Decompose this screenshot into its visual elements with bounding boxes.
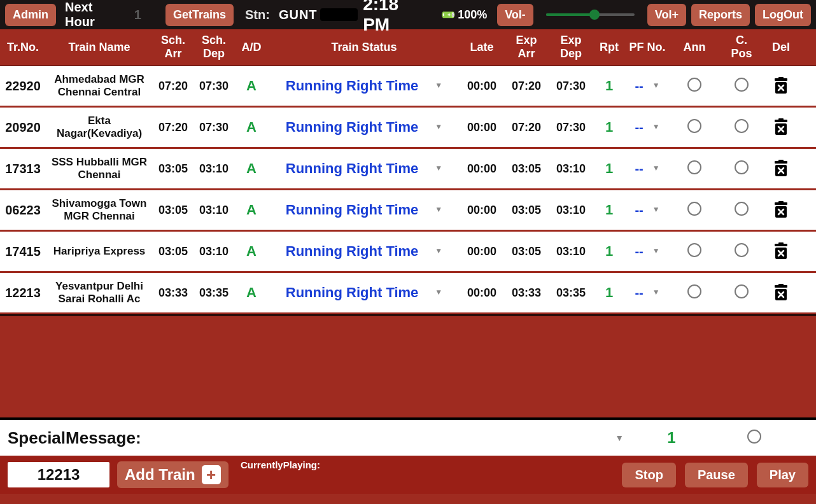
cell-ad: A	[234, 282, 269, 303]
ann-radio[interactable]	[687, 119, 701, 133]
header-sch-dep: Sch.Dep	[193, 31, 234, 62]
reports-button[interactable]: Reports	[691, 4, 750, 26]
table-row: 17415Haripriya Express03:0503:10ARunning…	[0, 232, 816, 273]
add-train-button[interactable]: Add Train +	[117, 461, 229, 488]
chevron-down-icon: ▼	[435, 206, 442, 214]
play-button[interactable]: Play	[757, 463, 808, 487]
cell-pf-dropdown[interactable]: --▼	[625, 76, 670, 96]
cell-pf-dropdown[interactable]: --▼	[625, 118, 670, 137]
cpos-radio[interactable]	[735, 243, 749, 257]
header-status: Train Status	[269, 38, 460, 57]
cell-status-dropdown[interactable]: Running Right Time▼	[269, 282, 460, 303]
header-name: Train Name	[46, 38, 153, 57]
cpos-radio[interactable]	[735, 160, 749, 174]
cell-ann	[670, 241, 719, 263]
cell-sch-arr: 07:20	[153, 118, 193, 137]
volume-slider[interactable]	[546, 13, 635, 16]
header-ann: Ann	[670, 38, 719, 57]
pf-value: --	[635, 120, 643, 135]
delete-button[interactable]	[764, 157, 798, 180]
delete-button[interactable]	[764, 74, 798, 97]
special-message-label: SpecialMessage:	[8, 428, 141, 448]
status-text: Running Right Time	[286, 202, 419, 218]
cell-ad: A	[234, 241, 269, 262]
ann-radio[interactable]	[687, 243, 701, 257]
cell-sch-arr: 03:05	[153, 160, 193, 178]
stop-button[interactable]: Stop	[622, 463, 675, 487]
cell-ann	[670, 282, 719, 304]
cell-sch-dep: 03:10	[193, 201, 234, 220]
chevron-down-icon: ▼	[435, 247, 442, 256]
logout-button[interactable]: LogOut	[755, 4, 811, 26]
cell-sch-arr: 03:33	[153, 284, 193, 302]
cell-late: 00:00	[460, 118, 504, 137]
cell-exp-dep: 03:10	[549, 201, 593, 220]
pause-button[interactable]: Pause	[685, 463, 748, 487]
cpos-radio[interactable]	[735, 202, 749, 216]
cell-rpt: 1	[593, 282, 625, 303]
cell-sch-arr: 03:05	[153, 242, 193, 261]
pf-value: --	[635, 203, 643, 218]
cell-sch-dep: 07:30	[193, 118, 234, 137]
ann-radio[interactable]	[687, 284, 701, 298]
cell-status-dropdown[interactable]: Running Right Time▼	[269, 158, 460, 179]
ann-radio[interactable]	[687, 160, 701, 174]
cell-name: Shivamogga Town MGR Chennai	[46, 195, 153, 225]
chevron-down-icon: ▼	[652, 288, 660, 297]
cell-cpos	[719, 158, 764, 180]
station-label: Stn:	[245, 8, 270, 22]
cell-cpos	[719, 75, 764, 97]
cell-status-dropdown[interactable]: Running Right Time▼	[269, 199, 460, 220]
cell-pf-dropdown[interactable]: --▼	[625, 242, 670, 262]
get-trains-button[interactable]: GetTrains	[165, 4, 234, 26]
cell-late: 00:00	[460, 284, 504, 302]
header-late: Late	[460, 38, 504, 57]
cell-name: Ekta Nagar(Kevadiya)	[46, 112, 153, 142]
cpos-radio[interactable]	[735, 284, 749, 298]
delete-button[interactable]	[764, 116, 798, 139]
train-number-input[interactable]	[8, 462, 109, 487]
add-train-label: Add Train	[125, 466, 195, 484]
status-text: Running Right Time	[286, 119, 419, 135]
cell-trno: 20920	[0, 118, 46, 137]
cell-name: Ahmedabad MGR Chennai Central	[46, 71, 153, 101]
train-table: Tr.No. Train Name Sch.Arr Sch.Dep A/D Tr…	[0, 29, 816, 314]
cell-pf-dropdown[interactable]: --▼	[625, 283, 670, 303]
delete-button[interactable]	[764, 199, 798, 221]
cell-pf-dropdown[interactable]: --▼	[625, 159, 670, 179]
cell-sch-dep: 07:30	[193, 77, 234, 95]
cell-cpos	[719, 282, 764, 304]
pf-value: --	[635, 286, 643, 300]
header-exp-arr: ExpArr	[504, 31, 549, 62]
cell-status-dropdown[interactable]: Running Right Time▼	[269, 241, 460, 262]
cell-status-dropdown[interactable]: Running Right Time▼	[269, 116, 460, 137]
special-caret-icon[interactable]: ▼	[615, 433, 624, 443]
cpos-radio[interactable]	[735, 119, 749, 133]
delete-button[interactable]	[764, 281, 798, 304]
cell-trno: 17313	[0, 159, 46, 179]
cpos-radio[interactable]	[735, 78, 749, 92]
cell-status-dropdown[interactable]: Running Right Time▼	[269, 75, 460, 96]
ann-radio[interactable]	[687, 202, 701, 216]
cell-exp-dep: 03:10	[549, 160, 593, 178]
table-row: 12213Yesvantpur Delhi Sarai Rohalli Ac03…	[0, 273, 816, 314]
chevron-down-icon: ▼	[652, 81, 660, 90]
ann-radio[interactable]	[687, 78, 701, 92]
header-rpt: Rpt	[593, 38, 625, 57]
header-trno: Tr.No.	[0, 38, 46, 57]
volume-thumb[interactable]	[589, 10, 600, 20]
cell-ad: A	[234, 116, 269, 137]
chevron-down-icon: ▼	[652, 247, 660, 256]
delete-button[interactable]	[764, 240, 798, 263]
cell-pf-dropdown[interactable]: --▼	[625, 200, 670, 220]
cell-exp-arr: 07:20	[504, 77, 549, 95]
admin-button[interactable]: Admin	[5, 4, 56, 26]
station-value: GUNT	[279, 8, 318, 22]
special-radio[interactable]	[747, 430, 761, 444]
vol-minus-button[interactable]: Vol-	[497, 4, 533, 26]
currently-playing-label: CurrentlyPlaying:	[241, 459, 320, 470]
vol-plus-button[interactable]: Vol+	[647, 4, 686, 26]
cell-trno: 12213	[0, 283, 46, 303]
next-hour-count: 1	[134, 8, 141, 22]
cell-ad: A	[234, 75, 269, 96]
